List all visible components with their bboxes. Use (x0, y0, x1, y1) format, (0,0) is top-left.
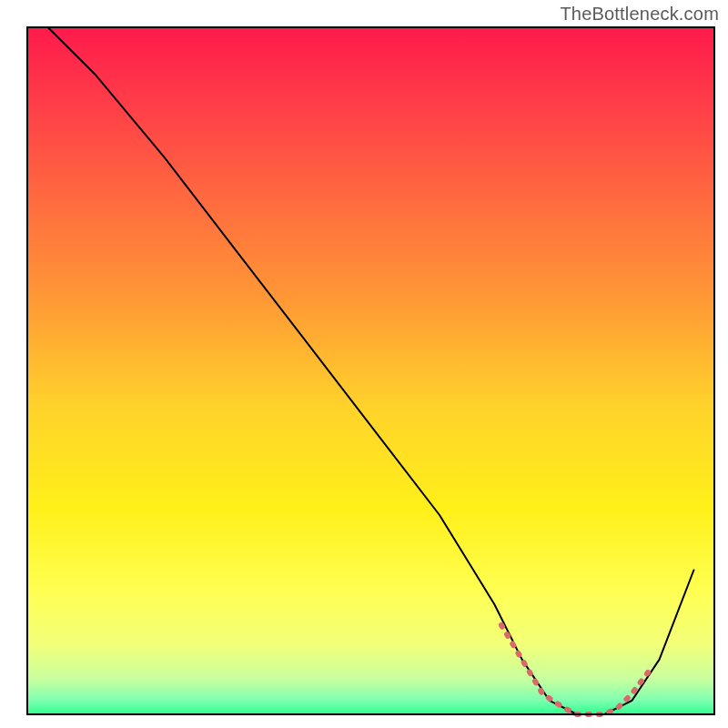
bottleneck-chart (0, 0, 728, 728)
plot-area (27, 27, 714, 714)
watermark-text: TheBottleneck.com (560, 4, 719, 25)
chart-background (27, 27, 714, 714)
